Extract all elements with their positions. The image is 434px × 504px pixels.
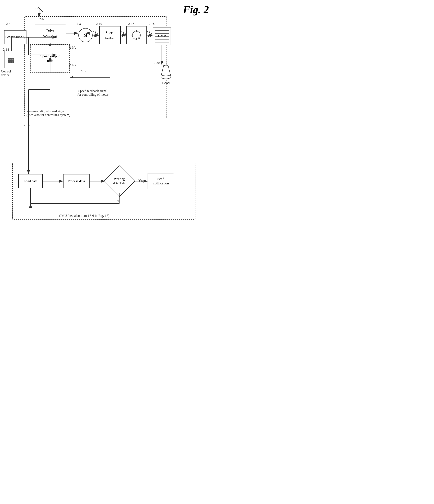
label-2-2: 2-2	[35, 6, 39, 10]
svg-point-2	[164, 65, 168, 66]
process-data-label: Process data	[68, 179, 85, 183]
speed-sensor-block: Speed sensor	[99, 26, 121, 44]
speed-output-label: Speed output unit	[40, 54, 60, 63]
label-2-4: 2-4	[6, 22, 10, 26]
load-data-label: Load data	[24, 179, 37, 183]
label-2-12: 2-12	[81, 69, 86, 73]
gear-label: Gear	[133, 33, 140, 37]
label-2-8: 2-8	[77, 22, 81, 26]
yes-label: Yes	[138, 179, 143, 182]
speed-output-inner-box: Speed output unit	[30, 44, 70, 73]
label-2-10: 2-10	[96, 22, 102, 26]
motor-block: M	[78, 28, 93, 42]
label-2-18: 2-18	[149, 22, 154, 26]
load-container: Load	[158, 65, 174, 85]
label-2-6: 2-6	[39, 17, 44, 21]
speed-sensor-label: Speed sensor	[105, 31, 115, 40]
control-device-block	[4, 51, 18, 68]
figure-title: Fig. 2	[183, 4, 209, 16]
send-notification-label: Send notification	[153, 177, 169, 186]
speed-feedback-label: Speed feedback signalfor controlling of …	[77, 85, 108, 97]
label-2-12p: 2-12'	[23, 124, 30, 128]
drive-controller-block: Drive controller	[35, 24, 66, 42]
control-device-label: Control device	[1, 70, 11, 77]
motor-label: M	[84, 33, 88, 38]
svg-line-6	[39, 8, 43, 12]
power-supply-label: Power supply	[5, 35, 26, 39]
cmu-box	[12, 163, 195, 220]
control-device-keypad	[8, 58, 14, 63]
label-2-6a: 2-6A	[69, 46, 76, 49]
no-label: No	[117, 199, 120, 203]
load-shape-svg	[158, 65, 174, 82]
label-2-20: 2-20	[154, 61, 160, 65]
hoist-label: Hoist	[158, 34, 166, 38]
hoist-block: Hoist	[153, 27, 171, 45]
diagram: Fig. 2 2-2 2-4 2-6 2-8 2-10 2-14 2-16 2-…	[0, 0, 217, 252]
drive-controller-label: Drive controller	[43, 28, 58, 38]
wearing-detected-diamond: Wearingdetected?	[105, 169, 134, 193]
power-supply-block: Power supply	[4, 30, 27, 44]
label-2-6b: 2-6B	[69, 63, 76, 67]
wearing-detected-label: Wearingdetected?	[113, 177, 125, 185]
label-2-16: 2-16	[128, 22, 134, 26]
send-notification-block: Send notification	[148, 173, 174, 189]
svg-point-1	[161, 75, 171, 79]
gear-block: Gear	[126, 26, 146, 44]
process-data-block: Process data	[63, 174, 90, 188]
processed-digital-label: Processed digital speed signal(used also…	[27, 106, 70, 117]
cmu-label: CMU (see also item 17-6 in Fig. 17)	[59, 214, 109, 218]
load-data-block: Load data	[18, 174, 43, 188]
load-label: Load	[162, 81, 170, 85]
